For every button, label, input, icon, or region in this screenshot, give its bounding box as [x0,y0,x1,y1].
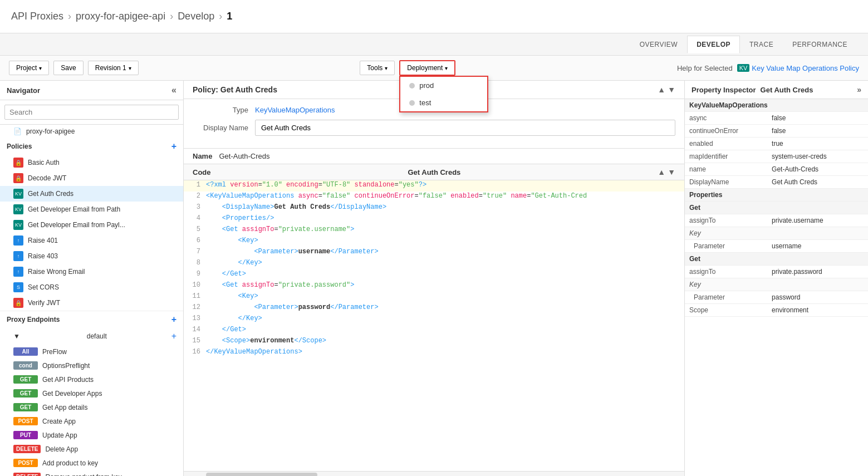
breadcrumb-revision: 1 [227,11,232,22]
policy-get-dev-email-payl[interactable]: KV Get Developer Email from Payl... [0,217,183,233]
code-scroll-down-button[interactable]: ▼ [668,168,675,176]
triangle-icon: ▼ [13,332,20,340]
help-section: Help for Selected KV Key Value Map Opera… [677,64,859,72]
code-line-6: 6 <Key> [184,236,684,247]
default-header[interactable]: ▼ default + [0,328,183,345]
sidebar: Navigator « 📄 proxy-for-apigee Policies … [0,81,184,476]
scroll-down-button[interactable]: ▼ [668,85,675,94]
project-label: Project [16,64,37,72]
policy-get-auth-creds[interactable]: KV Get Auth Creds [0,186,183,202]
deployment-item-test[interactable]: test [400,94,487,111]
save-button[interactable]: Save [53,61,83,75]
deployment-item-prod[interactable]: prod [400,77,487,94]
policy-raise-wrong-email[interactable]: ↑ Raise Wrong Email [0,264,183,279]
flow-create-app[interactable]: POST Create App [0,414,183,428]
post-badge-2: POST [13,459,38,467]
help-link[interactable]: KV Key Value Map Operations Policy [737,64,859,72]
policy-get-dev-email-path[interactable]: KV Get Developer Email from Path [0,202,183,217]
search-input[interactable] [4,105,179,120]
options-preflight-label: OptionsPreflight [42,362,90,370]
code-editor[interactable]: 1 <?xml version="1.0" encoding="UTF-8" s… [184,180,684,471]
add-product-to-key-label: Add product to key [42,459,98,467]
parameter-2-value[interactable]: password [767,291,868,304]
flow-get-app-details[interactable]: GET Get App details [0,400,183,414]
policies-section: Policies + 🔒 Basic Auth 🔒 Decode JWT KV … [0,138,183,311]
code-header: Code Get Auth Creds ▲ ▼ [184,164,684,180]
revision-button[interactable]: Revision 1 ▾ [88,61,139,75]
collapse-sidebar-button[interactable]: « [171,85,176,95]
name-prop-value[interactable]: Get-Auth-Creds [767,163,868,176]
flow-get-developer-apps[interactable]: GET Get Developer Apps [0,386,183,400]
prop-parameter-2: Parameter password [685,291,868,304]
flow-preflow[interactable]: All PreFlow [0,345,183,359]
prop-async: async false [685,112,868,125]
assign-to-2-value[interactable]: private.password [767,266,868,278]
tab-develop[interactable]: DEVELOP [687,36,740,53]
default-label: default [87,332,107,340]
policy-verify-jwt[interactable]: 🔒 Verify JWT [0,295,183,311]
prop-display-name: DisplayName Get Auth Creds [685,176,868,189]
proxy-endpoints-header[interactable]: Proxy Endpoints + [0,311,183,328]
project-button[interactable]: Project ▾ [9,61,49,75]
get1-header: Get [685,202,868,214]
flow-get-api-products[interactable]: GET Get API Products [0,372,183,386]
add-policy-button[interactable]: + [171,141,176,151]
tab-overview[interactable]: OVERVIEW [630,36,687,53]
all-badge: All [13,347,38,356]
flow-options-preflight[interactable]: cond OptionsPreflight [0,359,183,372]
code-scroll-up-button[interactable]: ▲ [658,168,665,176]
prop-assign-to-1: assignTo private.username [685,214,868,227]
parameter-1-label: Parameter [685,240,767,253]
policy-set-cors[interactable]: S Set CORS [0,279,183,295]
tab-performance[interactable]: PERFORMANCE [783,36,857,53]
type-header-row: KeyValueMapOperations [685,99,868,112]
policy-raise-403[interactable]: ↑ Raise 403 [0,248,183,264]
breadcrumb-api-proxies[interactable]: API Proxies [11,11,63,22]
breadcrumb-section[interactable]: Develop [178,11,214,22]
parameter-1-value[interactable]: username [767,240,868,253]
set-cors-label: Set CORS [28,283,59,291]
breadcrumb: API Proxies › proxy-for-apigee-api › Dev… [11,11,232,22]
flow-delete-app[interactable]: DELETE Delete App [0,442,183,456]
map-identifier-value[interactable]: system-user-creds [767,150,868,163]
policy-raise-401[interactable]: ↑ Raise 401 [0,233,183,248]
main-layout: Navigator « 📄 proxy-for-apigee Policies … [0,81,868,476]
raise-401-label: Raise 401 [28,237,58,244]
verify-jwt-label: Verify JWT [28,299,60,307]
flow-add-product-to-key[interactable]: POST Add product to key [0,456,183,470]
async-value[interactable]: false [767,112,868,125]
tools-button[interactable]: Tools ▾ [360,61,395,75]
save-label: Save [61,64,76,72]
policy-decode-jwt[interactable]: 🔒 Decode JWT [0,170,183,186]
display-name-input[interactable] [255,120,675,136]
continue-on-error-value[interactable]: false [767,125,868,138]
tab-trace[interactable]: TRACE [740,36,783,53]
key2-header: Key [685,278,868,291]
enabled-value[interactable]: true [767,138,868,150]
top-bar: API Proxies › proxy-for-apigee-api › Dev… [0,0,868,33]
assign-to-1-label: assignTo [685,214,767,227]
delete-badge-2: DELETE [13,473,41,476]
expand-panel-button[interactable]: » [857,85,861,94]
deployment-button[interactable]: Deployment ▾ [399,60,455,76]
scroll-arrows: ▲ ▼ [658,85,675,94]
property-inspector-policy-name: Get Auth Creds [761,86,813,94]
policies-section-header[interactable]: Policies + [0,138,183,155]
get-dev-email-path-label: Get Developer Email from Path [28,205,120,213]
flow-update-app[interactable]: PUT Update App [0,428,183,442]
proxy-name-item[interactable]: 📄 proxy-for-apigee [0,125,183,138]
scope-value[interactable]: environment [767,304,868,317]
property-inspector-label: Property Inspector [692,86,756,94]
add-default-endpoint-button[interactable]: + [171,331,176,341]
code-horizontal-scrollbar[interactable] [184,471,684,476]
policy-basic-auth[interactable]: 🔒 Basic Auth [0,155,183,170]
properties-header-row: Properties [685,189,868,202]
display-name-prop-value[interactable]: Get Auth Creds [767,176,868,189]
get-dev-email-payl-icon: KV [13,220,23,230]
deployment-dropdown[interactable]: Deployment ▾ prod test [399,60,455,76]
breadcrumb-proxy-name[interactable]: proxy-for-apigee-api [76,11,165,22]
add-endpoint-button[interactable]: + [171,315,176,325]
scroll-up-button[interactable]: ▲ [658,85,665,94]
assign-to-1-value[interactable]: private.username [767,214,868,227]
flow-remove-product-from-key[interactable]: DELETE Remove product from key [0,470,183,476]
